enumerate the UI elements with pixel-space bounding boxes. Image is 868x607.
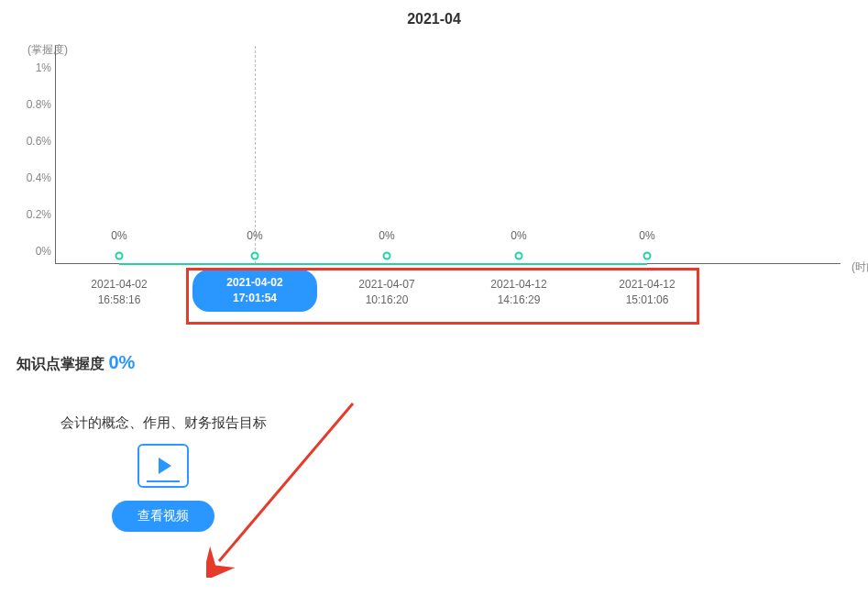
chart-area: (掌握度) (时间) 0% 0.2% 0.4% 0.6% 0.8% 1% 0% …: [55, 46, 841, 330]
mastery-value: 0%: [108, 352, 135, 372]
value-label: 0%: [511, 229, 526, 242]
annotation-box: [186, 268, 699, 325]
value-label: 0%: [639, 229, 654, 242]
card-title: 会计的概念、作用、财务报告目标: [44, 411, 282, 435]
y-tick: 0.8%: [15, 98, 51, 111]
y-tick: 0%: [15, 245, 51, 258]
data-point[interactable]: [643, 252, 652, 260]
mastery-label: 知识点掌握度: [16, 356, 104, 371]
series-line: [119, 263, 647, 265]
y-axis-label: (掌握度): [27, 42, 68, 58]
data-point[interactable]: [515, 252, 523, 260]
video-icon: [137, 444, 189, 488]
y-tick: 1%: [15, 61, 51, 74]
mastery-row: 知识点掌握度 0%: [16, 352, 868, 374]
chart-title: 2021-04: [0, 0, 868, 28]
y-tick: 0.6%: [15, 135, 51, 148]
data-point-active[interactable]: [251, 252, 259, 260]
view-video-button[interactable]: 查看视频: [112, 501, 214, 532]
x-tick-label[interactable]: 2021-04-02 16:58:16: [69, 277, 170, 308]
value-label: 0%: [379, 229, 394, 242]
y-tick: 0.4%: [15, 171, 51, 184]
data-point[interactable]: [383, 252, 391, 260]
y-tick: 0.2%: [15, 208, 51, 221]
value-label: 0%: [111, 229, 126, 242]
x-axis-label: (时间): [852, 259, 868, 275]
knowledge-card: 会计的概念、作用、财务报告目标 查看视频: [44, 411, 282, 532]
data-point[interactable]: [115, 252, 124, 260]
value-label: 0%: [247, 229, 262, 242]
y-axis-line: [55, 46, 56, 264]
